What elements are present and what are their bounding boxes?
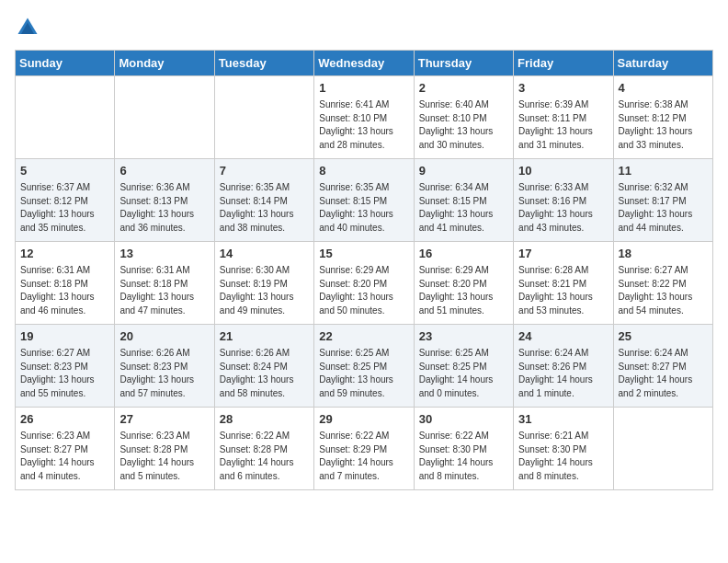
calendar-cell: 18Sunrise: 6:27 AM Sunset: 8:22 PM Dayli… <box>613 242 712 325</box>
day-number: 3 <box>518 80 608 97</box>
day-info: Sunrise: 6:31 AM Sunset: 8:18 PM Dayligh… <box>20 264 109 317</box>
calendar-cell: 11Sunrise: 6:32 AM Sunset: 8:17 PM Dayli… <box>613 159 712 242</box>
day-info: Sunrise: 6:25 AM Sunset: 8:25 PM Dayligh… <box>319 347 408 400</box>
calendar-cell: 5Sunrise: 6:37 AM Sunset: 8:12 PM Daylig… <box>16 159 115 242</box>
day-number: 25 <box>619 328 708 345</box>
day-info: Sunrise: 6:22 AM Sunset: 8:30 PM Dayligh… <box>419 430 508 483</box>
day-number: 31 <box>518 411 608 428</box>
calendar-cell: 19Sunrise: 6:27 AM Sunset: 8:23 PM Dayli… <box>16 325 115 408</box>
day-info: Sunrise: 6:29 AM Sunset: 8:20 PM Dayligh… <box>319 264 408 317</box>
day-number: 27 <box>119 411 209 428</box>
day-number: 7 <box>220 163 309 179</box>
day-number: 19 <box>20 328 109 345</box>
day-number: 21 <box>220 328 309 345</box>
day-info: Sunrise: 6:21 AM Sunset: 8:30 PM Dayligh… <box>518 430 608 483</box>
day-number: 2 <box>419 80 508 97</box>
day-info: Sunrise: 6:33 AM Sunset: 8:16 PM Dayligh… <box>518 181 608 235</box>
calendar-cell: 22Sunrise: 6:25 AM Sunset: 8:25 PM Dayli… <box>314 325 414 408</box>
calendar-cell: 16Sunrise: 6:29 AM Sunset: 8:20 PM Dayli… <box>414 242 513 325</box>
day-number: 30 <box>419 411 508 428</box>
calendar-cell: 27Sunrise: 6:23 AM Sunset: 8:28 PM Dayli… <box>115 408 214 490</box>
calendar-cell: 9Sunrise: 6:34 AM Sunset: 8:15 PM Daylig… <box>414 159 513 242</box>
calendar-cell: 23Sunrise: 6:25 AM Sunset: 8:25 PM Dayli… <box>414 325 513 408</box>
calendar-cell: 14Sunrise: 6:30 AM Sunset: 8:19 PM Dayli… <box>214 242 313 325</box>
week-row-2: 12Sunrise: 6:31 AM Sunset: 8:18 PM Dayli… <box>16 242 713 325</box>
day-info: Sunrise: 6:22 AM Sunset: 8:29 PM Dayligh… <box>319 430 408 483</box>
calendar-cell: 15Sunrise: 6:29 AM Sunset: 8:20 PM Dayli… <box>314 242 414 325</box>
day-number: 22 <box>319 328 408 345</box>
calendar-cell: 1Sunrise: 6:41 AM Sunset: 8:10 PM Daylig… <box>314 76 414 159</box>
day-info: Sunrise: 6:26 AM Sunset: 8:24 PM Dayligh… <box>220 347 309 400</box>
logo-icon <box>15 15 40 40</box>
day-info: Sunrise: 6:22 AM Sunset: 8:28 PM Dayligh… <box>220 430 309 483</box>
day-header-wednesday: Wednesday <box>314 51 414 76</box>
day-number: 29 <box>319 411 408 428</box>
day-number: 23 <box>419 328 508 345</box>
calendar-cell: 29Sunrise: 6:22 AM Sunset: 8:29 PM Dayli… <box>314 408 414 490</box>
calendar-cell: 26Sunrise: 6:23 AM Sunset: 8:27 PM Dayli… <box>16 408 115 490</box>
header <box>15 15 713 40</box>
calendar-cell: 20Sunrise: 6:26 AM Sunset: 8:23 PM Dayli… <box>115 325 214 408</box>
day-number: 1 <box>319 80 408 97</box>
week-row-0: 1Sunrise: 6:41 AM Sunset: 8:10 PM Daylig… <box>16 76 713 159</box>
day-number: 28 <box>220 411 309 428</box>
day-number: 14 <box>220 246 309 262</box>
logo <box>15 15 44 40</box>
day-info: Sunrise: 6:39 AM Sunset: 8:11 PM Dayligh… <box>518 98 608 152</box>
day-header-friday: Friday <box>514 51 613 76</box>
day-info: Sunrise: 6:41 AM Sunset: 8:10 PM Dayligh… <box>319 98 408 152</box>
day-number: 9 <box>419 163 508 179</box>
day-info: Sunrise: 6:30 AM Sunset: 8:19 PM Dayligh… <box>220 264 309 317</box>
calendar-cell <box>613 408 712 490</box>
day-info: Sunrise: 6:25 AM Sunset: 8:25 PM Dayligh… <box>419 347 508 400</box>
calendar-cell: 6Sunrise: 6:36 AM Sunset: 8:13 PM Daylig… <box>115 159 214 242</box>
calendar-header-row: SundayMondayTuesdayWednesdayThursdayFrid… <box>16 51 713 76</box>
day-number: 26 <box>20 411 109 428</box>
day-info: Sunrise: 6:28 AM Sunset: 8:21 PM Dayligh… <box>518 264 608 317</box>
day-info: Sunrise: 6:23 AM Sunset: 8:28 PM Dayligh… <box>119 430 209 483</box>
day-number: 11 <box>619 163 708 179</box>
day-info: Sunrise: 6:32 AM Sunset: 8:17 PM Dayligh… <box>619 181 708 235</box>
calendar-cell: 4Sunrise: 6:38 AM Sunset: 8:12 PM Daylig… <box>613 76 712 159</box>
calendar-cell: 2Sunrise: 6:40 AM Sunset: 8:10 PM Daylig… <box>414 76 513 159</box>
calendar-cell: 8Sunrise: 6:35 AM Sunset: 8:15 PM Daylig… <box>314 159 414 242</box>
day-number: 15 <box>319 246 408 262</box>
calendar-cell <box>214 76 313 159</box>
day-info: Sunrise: 6:24 AM Sunset: 8:27 PM Dayligh… <box>619 347 708 400</box>
calendar-cell: 12Sunrise: 6:31 AM Sunset: 8:18 PM Dayli… <box>16 242 115 325</box>
day-info: Sunrise: 6:24 AM Sunset: 8:26 PM Dayligh… <box>518 347 608 400</box>
calendar-cell: 17Sunrise: 6:28 AM Sunset: 8:21 PM Dayli… <box>514 242 613 325</box>
day-header-saturday: Saturday <box>613 51 712 76</box>
day-number: 6 <box>119 163 209 179</box>
calendar-cell: 25Sunrise: 6:24 AM Sunset: 8:27 PM Dayli… <box>613 325 712 408</box>
day-info: Sunrise: 6:34 AM Sunset: 8:15 PM Dayligh… <box>419 181 508 235</box>
calendar-cell: 7Sunrise: 6:35 AM Sunset: 8:14 PM Daylig… <box>214 159 313 242</box>
day-info: Sunrise: 6:35 AM Sunset: 8:15 PM Dayligh… <box>319 181 408 235</box>
day-number: 17 <box>518 246 608 262</box>
day-number: 24 <box>518 328 608 345</box>
calendar-cell: 3Sunrise: 6:39 AM Sunset: 8:11 PM Daylig… <box>514 76 613 159</box>
day-info: Sunrise: 6:35 AM Sunset: 8:14 PM Dayligh… <box>220 181 309 235</box>
day-info: Sunrise: 6:23 AM Sunset: 8:27 PM Dayligh… <box>20 430 109 483</box>
calendar-cell <box>115 76 214 159</box>
day-header-tuesday: Tuesday <box>214 51 313 76</box>
day-number: 16 <box>419 246 508 262</box>
calendar-cell: 30Sunrise: 6:22 AM Sunset: 8:30 PM Dayli… <box>414 408 513 490</box>
calendar-cell: 28Sunrise: 6:22 AM Sunset: 8:28 PM Dayli… <box>214 408 313 490</box>
calendar-cell: 24Sunrise: 6:24 AM Sunset: 8:26 PM Dayli… <box>514 325 613 408</box>
day-number: 18 <box>619 246 708 262</box>
calendar-cell: 21Sunrise: 6:26 AM Sunset: 8:24 PM Dayli… <box>214 325 313 408</box>
day-number: 13 <box>119 246 209 262</box>
day-number: 4 <box>619 80 708 97</box>
day-number: 8 <box>319 163 408 179</box>
day-info: Sunrise: 6:27 AM Sunset: 8:22 PM Dayligh… <box>619 264 708 317</box>
day-info: Sunrise: 6:27 AM Sunset: 8:23 PM Dayligh… <box>20 347 109 400</box>
day-info: Sunrise: 6:36 AM Sunset: 8:13 PM Dayligh… <box>119 181 209 235</box>
calendar-cell: 13Sunrise: 6:31 AM Sunset: 8:18 PM Dayli… <box>115 242 214 325</box>
day-info: Sunrise: 6:26 AM Sunset: 8:23 PM Dayligh… <box>119 347 209 400</box>
day-number: 20 <box>119 328 209 345</box>
day-info: Sunrise: 6:31 AM Sunset: 8:18 PM Dayligh… <box>119 264 209 317</box>
calendar: SundayMondayTuesdayWednesdayThursdayFrid… <box>15 50 713 490</box>
day-info: Sunrise: 6:29 AM Sunset: 8:20 PM Dayligh… <box>419 264 508 317</box>
calendar-cell <box>16 76 115 159</box>
